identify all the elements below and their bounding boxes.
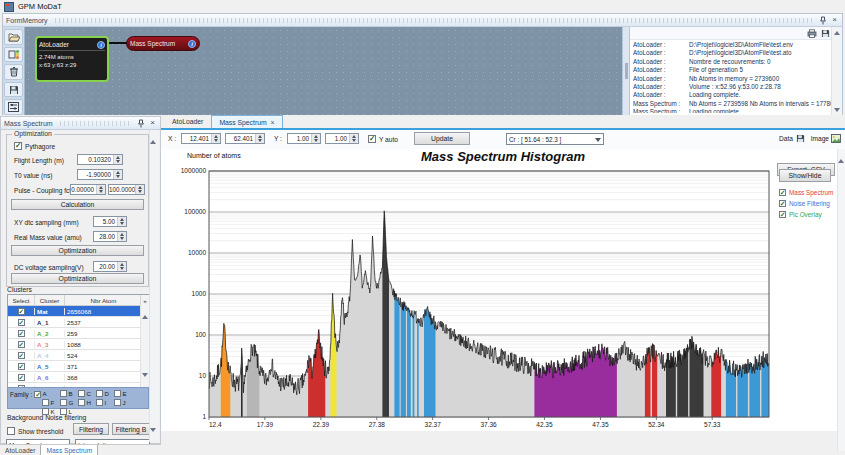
mass-spectrum-node[interactable]: Mass Spectrum i	[126, 36, 200, 51]
log-line: Mass Spectrum :Nb Atoms = 2739598 Nb Ato…	[633, 100, 831, 108]
cluster-select-checkbox[interactable]	[18, 341, 25, 348]
y-max-input[interactable]: 1.00	[325, 133, 359, 144]
tab-mass-spectrum[interactable]: Mass Spectrum	[40, 445, 98, 455]
spinner-buttons[interactable]	[113, 170, 122, 179]
cluster-select-checkbox[interactable]	[18, 319, 25, 326]
legend-item[interactable]: Noise Filtering	[779, 198, 833, 209]
optimization-button[interactable]: Optimization	[11, 245, 144, 256]
pin-icon[interactable]	[819, 16, 827, 24]
pin-icon[interactable]	[137, 119, 145, 127]
pulse-max-input[interactable]: 100.0000	[108, 184, 145, 195]
spinner-buttons[interactable]	[96, 185, 105, 194]
spinner-buttons[interactable]	[117, 217, 126, 226]
scroll-down-icon[interactable]	[833, 106, 841, 114]
cluster-select-checkbox[interactable]	[18, 330, 25, 337]
node-graph-button[interactable]	[4, 47, 23, 63]
doc-tab-mass-spectrum[interactable]: Mass Spectrum ×	[211, 115, 282, 129]
atoloader-node[interactable]: AtoLoader i 2.74M atoms x:63 y:63 z:29	[35, 36, 109, 82]
filtering-button[interactable]: Filtering	[73, 423, 109, 435]
spinner-buttons[interactable]	[117, 232, 126, 241]
cluster-row[interactable]: A_31088	[8, 339, 150, 350]
cluster-row[interactable]: A_4524	[8, 350, 150, 361]
legend-checkbox[interactable]	[779, 189, 786, 196]
column-select[interactable]: Select	[8, 295, 35, 305]
show-threshold-checkbox[interactable]: Show threshold	[7, 427, 63, 435]
cluster-select-checkbox[interactable]	[18, 363, 25, 370]
spinner-buttons[interactable]	[349, 134, 358, 143]
family-letter: D	[104, 390, 108, 397]
save-data-icon[interactable]	[796, 134, 805, 143]
cluster-select-checkbox[interactable]	[18, 352, 25, 359]
info-icon[interactable]: i	[97, 41, 105, 49]
open-file-button[interactable]	[4, 29, 23, 45]
family-checkbox-e[interactable]: E	[114, 389, 132, 398]
cr-interval-select[interactable]: Cr : [ 51.64 : 52.3 ]	[506, 133, 604, 145]
legend-checkbox[interactable]	[779, 211, 786, 218]
scroll-up-icon[interactable]	[833, 28, 841, 36]
cluster-row[interactable]: Mat2656068	[8, 306, 150, 317]
panel-scrollbar[interactable]	[149, 130, 159, 442]
chart-scrollbar[interactable]	[837, 149, 845, 451]
spinner-buttons[interactable]	[255, 134, 264, 143]
spinner-buttons[interactable]	[311, 134, 320, 143]
x-max-input[interactable]: 62.401	[225, 133, 265, 144]
family-checkbox-d[interactable]: D	[96, 389, 114, 398]
family-checkbox-j[interactable]: J	[114, 398, 132, 407]
node-canvas[interactable]: AtoLoader i 2.74M atoms x:63 y:63 z:29 M…	[25, 27, 622, 115]
cluster-select-checkbox[interactable]	[18, 308, 25, 315]
show-hide-button[interactable]: Show/Hide	[779, 169, 831, 182]
family-checkbox-f[interactable]: F	[42, 398, 60, 407]
x-min-input[interactable]: 12.401	[181, 133, 221, 144]
spinner-buttons[interactable]	[135, 185, 144, 194]
cluster-select-checkbox[interactable]	[18, 374, 25, 381]
print-icon[interactable]	[807, 29, 817, 38]
column-cluster[interactable]: Cluster	[35, 295, 65, 305]
cluster-row[interactable]: A_5371	[8, 361, 150, 372]
calculation-button[interactable]: Calculation	[11, 199, 144, 210]
mass-spectrum-plot[interactable]: 100000010000010000100010010112.417.3922.…	[169, 163, 775, 431]
splitter-handle[interactable]	[622, 27, 629, 115]
family-checkbox-g[interactable]: G	[60, 398, 78, 407]
image-icon[interactable]	[831, 134, 841, 143]
legend-item[interactable]: Mass Spectrum	[779, 187, 833, 198]
xy-sampling-input[interactable]: 5.00	[93, 216, 127, 227]
doc-tab-atoloader[interactable]: AtoLoader	[164, 114, 211, 129]
column-nbr-atom[interactable]: Nbr Atom	[65, 295, 141, 305]
save-log-icon[interactable]	[821, 29, 830, 38]
spinner-buttons[interactable]	[113, 155, 122, 164]
settings-button[interactable]	[4, 99, 23, 115]
update-button[interactable]: Update	[414, 132, 470, 145]
spinner-buttons[interactable]	[211, 134, 220, 143]
info-icon[interactable]: i	[188, 40, 196, 48]
real-mass-input[interactable]: 28.00	[93, 231, 127, 242]
y-min-input[interactable]: 1.00	[287, 133, 321, 144]
optimization-button-2[interactable]: Optimization	[11, 273, 144, 284]
delete-node-button[interactable]	[4, 64, 23, 80]
tab-atoloader[interactable]: AtoLoader	[0, 445, 40, 455]
legend-item[interactable]: Pic Overlay	[779, 209, 833, 220]
cluster-row[interactable]: A_2259	[8, 328, 150, 339]
legend-checkbox[interactable]	[779, 200, 786, 207]
family-checkbox-h[interactable]: H	[78, 398, 96, 407]
optimization-group: Optimization Pythagore Flight Length (m)…	[6, 134, 149, 287]
cluster-row[interactable]: A_6368	[8, 372, 150, 383]
save-button[interactable]	[4, 82, 23, 98]
family-checkbox-i[interactable]: I	[96, 398, 114, 407]
spinner-buttons[interactable]	[117, 262, 126, 271]
filtering-b-button[interactable]: Filtering B	[112, 423, 150, 435]
log-scrollbar[interactable]	[831, 27, 842, 115]
close-icon[interactable]: ×	[830, 16, 839, 24]
cluster-row[interactable]: A_12537	[8, 317, 150, 328]
y-auto-checkbox[interactable]: Y auto	[368, 135, 398, 143]
flight-length-input[interactable]: 0.10320	[77, 154, 123, 165]
close-tab-icon[interactable]: ×	[271, 119, 275, 126]
family-checkbox-b[interactable]: B	[60, 389, 78, 398]
dc-voltage-input[interactable]: 20.00	[93, 261, 127, 272]
close-icon[interactable]: ×	[148, 119, 157, 127]
family-checkbox-a[interactable]: A	[42, 389, 60, 398]
t0-value-input[interactable]: -1.90000	[77, 169, 123, 180]
family-checkbox-c[interactable]: C	[78, 389, 96, 398]
pythagore-checkbox[interactable]: Pythagore	[14, 142, 55, 150]
family-checkbox-a-box[interactable]	[34, 391, 41, 398]
pulse-min-input[interactable]: 0.00000	[70, 184, 106, 195]
